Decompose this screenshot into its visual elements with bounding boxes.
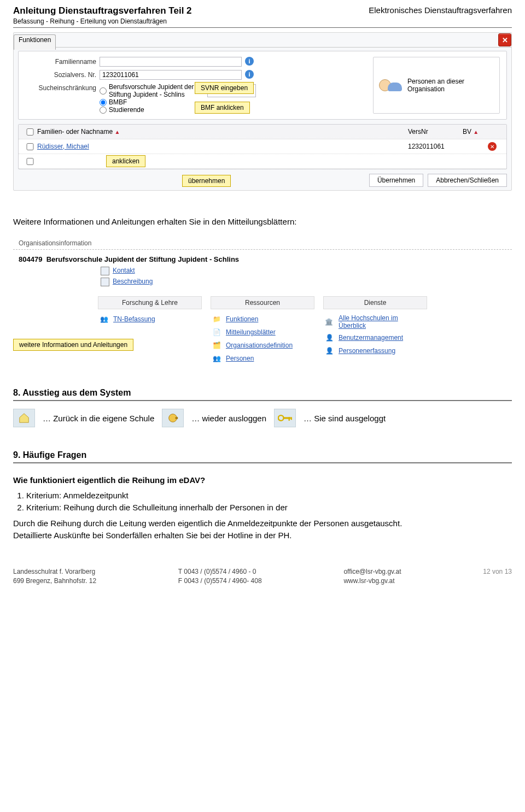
svg-rect-6 [289,417,290,421]
close-icon[interactable]: ✕ [498,33,511,46]
radio-label: Studierende [109,106,144,114]
col-versnr: VersNr [408,128,463,136]
checkbox-row[interactable] [23,143,37,150]
user-icon: 👤 [323,333,335,343]
label-sucheinschraenkung: Sucheinschränkung [25,83,96,92]
callout-uebernehmen: übernehmen [182,175,231,187]
uebernehmen-button[interactable]: Übernehmen [369,174,423,187]
benutzermgmt-link[interactable]: Benutzermanagement [339,334,403,342]
radio-label: Berufsvorschule Jupident der Stiftung Ju… [109,83,196,98]
people-icon [379,79,402,91]
key-icon [274,409,296,427]
org-title: 804479 Berufsvorschule Jupident der Stif… [13,250,512,267]
desc-icon [101,278,109,286]
radio-bmbf[interactable] [100,99,107,106]
step-loggedout: … Sie sind ausgeloggt [304,414,386,423]
doc-icon: 📄 [211,327,223,337]
search-panel: Funktionen ✕ Familienname i Sozialvers. … [13,32,512,191]
beschreibung-link[interactable]: Beschreibung [113,278,153,285]
mitteilungsblaetter-link[interactable]: Mitteilungsblätter [226,328,276,336]
col-ressourcen: Ressourcen 📁Funktionen 📄Mitteilungsblätt… [211,296,314,365]
cell-versnr: 1232011061 [408,143,463,150]
delete-icon[interactable]: ✕ [488,142,497,151]
step-logout: … wieder ausloggen [191,414,266,423]
radio-studierende[interactable] [100,107,107,114]
orgdef-link[interactable]: Organisationsdefinition [226,342,293,349]
person-card[interactable]: Personen an dieser Organisation [373,57,500,114]
page-header: Anleitung Dienstauftragsverfahren Teil 2… [13,5,512,28]
svg-rect-7 [291,417,292,420]
home-icon [13,409,35,427]
callout-anklicken: anklicken [106,155,145,167]
funktionen-link[interactable]: Funktionen [226,315,258,323]
folder-icon: 📁 [211,314,223,324]
checkbox-all[interactable] [23,128,37,136]
col-forschung: Forschung & Lehre 👥TN-Befassung [98,296,202,365]
doc-subtitle: Befassung - Reihung - Erteilung von Dien… [13,17,192,25]
label-familienname: Familienname [25,57,96,66]
hochschulen-link[interactable]: Alle Hochschulen im Überblick [339,314,427,329]
callout-bmf: BMF anklicken [195,102,250,114]
result-table: Familien- oder Nachname ▲ VersNr BV ▲ Rü… [18,124,507,169]
checkbox-row[interactable] [23,158,37,165]
info-text: Weitere Informationen und Anleitungen er… [13,216,512,227]
doc-title: Anleitung Dienstauftragsverfahren Teil 2 [13,5,192,16]
tab-funktionen[interactable]: Funktionen [14,34,56,50]
sort-icon[interactable]: ▲ [473,129,479,135]
doc-right-title: Elektronisches Dienstauftragsverfahren [369,5,512,15]
col-dienste: Dienste 🏛️Alle Hochschulen im Überblick … [323,296,427,365]
personenerfassung-link[interactable]: Personenerfassung [339,347,395,355]
faq-question: Wie funktioniert eigentlich die Reihung … [13,474,512,486]
people-icon: 👥 [211,354,223,363]
info-icon[interactable]: i [245,70,254,79]
col-bv: BV [463,128,471,136]
page-number: 12 von 13 [483,567,512,586]
input-familienname[interactable] [100,57,242,67]
kriterium-1: Kriterium: Anmeldezeitpunkt [26,490,512,502]
section-8-title: 8. Ausstieg aus dem System [13,388,512,401]
personen-link[interactable]: Personen [226,355,254,362]
kriterien-list: Kriterium: Anmeldezeitpunkt Kriterium: R… [13,490,512,514]
org-icon: 🗂️ [211,340,223,350]
section-9-title: 9. Häufige Fragen [13,450,512,463]
label-svnr: Sozialvers. Nr. [25,70,96,79]
faq-para-1: Durch die Reihung durch die Leitung werd… [13,517,512,529]
step-home: … Zurück in die eigene Schule [43,414,154,423]
user-add-icon: 👤 [323,346,335,356]
page-footer: Landesschulrat f. Vorarlberg 699 Bregenz… [13,567,512,586]
org-panel: Organisationsinformation 804479 Berufsvo… [13,237,512,365]
tn-befassung-link[interactable]: TN-Befassung [113,315,155,323]
svg-point-4 [278,415,284,421]
sort-icon[interactable]: ▲ [114,129,120,135]
info-icon[interactable]: i [245,57,254,66]
callout-weitere-info: weitere Informatioen und Anleitungen [13,339,133,351]
col-name: Familien- oder Nachname [37,128,113,136]
faq-para-2: Detaillierte Auskünfte bei Sonderfällen … [13,529,512,542]
contact-icon [101,267,109,275]
org-header: Organisationsinformation [13,237,512,250]
logout-icon [162,409,184,427]
callout-svnr: SVNR eingeben [195,82,254,94]
radio-berufsvorschule[interactable] [100,87,107,95]
ph-icon: 🏛️ [323,317,335,327]
kontakt-link[interactable]: Kontakt [113,267,135,274]
input-svnr[interactable] [100,70,242,80]
abbrechen-button[interactable]: Abbrechen/Schließen [428,174,507,187]
svg-rect-3 [176,417,178,419]
people-icon: 👥 [98,314,110,324]
kriterium-2: Kriterium: Reihung durch die Schulleitun… [26,502,512,514]
person-link[interactable]: Rüdisser, Michael [37,143,408,150]
radio-label: BMBF [109,98,127,106]
